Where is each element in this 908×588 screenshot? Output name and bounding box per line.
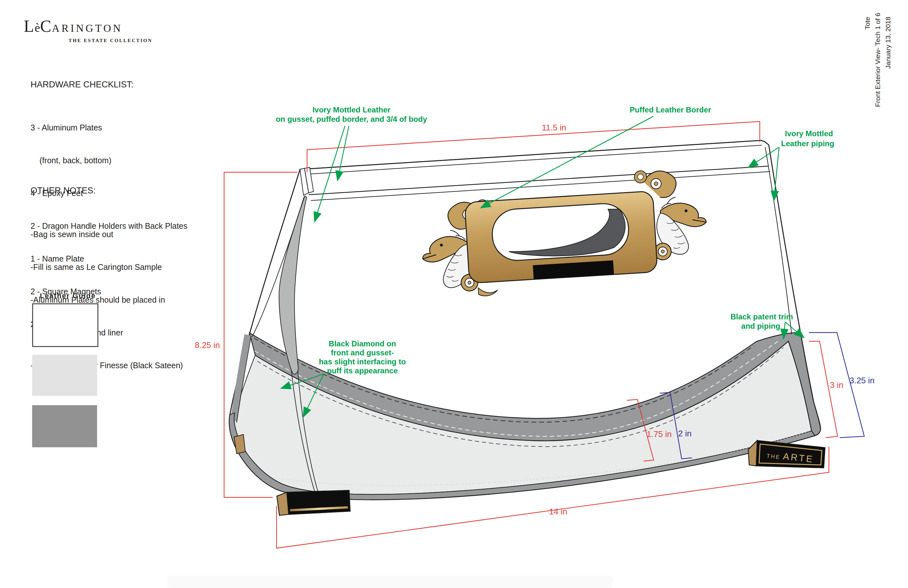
dim-label-trim-red: 3 in bbox=[830, 380, 844, 390]
svg-text:Leather piping: Leather piping bbox=[781, 139, 834, 148]
label-black-patent: Black patent trim bbox=[731, 312, 793, 321]
foot-front-left bbox=[277, 490, 350, 516]
dim-label-band-red: 1.75 in bbox=[647, 429, 672, 439]
dim-label-bottom-width: 14 in bbox=[549, 507, 567, 516]
foot-front-right: THE ARTE bbox=[748, 440, 825, 468]
dim-label-band-blue: 2 in bbox=[678, 429, 692, 438]
label-ivory-body: Ivory Mottled Leather bbox=[312, 105, 391, 114]
tote-technical-drawing: THE ARTE 11.5 in 8.25 in 14 in 3 in 3.25… bbox=[0, 0, 908, 588]
svg-text:on gusset, puffed border, and: on gusset, puffed border, and 3/4 of bod… bbox=[276, 115, 427, 124]
bag-illustration: THE ARTE bbox=[229, 140, 825, 516]
svg-text:front and gusset-: front and gusset- bbox=[331, 348, 394, 357]
foot-rear-left bbox=[234, 434, 245, 454]
svg-text:has slight interfacing to: has slight interfacing to bbox=[319, 357, 406, 366]
label-black-diamond: Black Diamond on bbox=[328, 339, 396, 348]
dim-label-trim-blue: 3.25 in bbox=[850, 376, 874, 385]
dim-label-top-width: 11.5 in bbox=[542, 123, 566, 132]
dim-label-side-height: 8.25 in bbox=[195, 340, 220, 350]
tech-pack-page: LèCARINGTON THE ESTATE COLLECTION HARDWA… bbox=[0, 0, 908, 588]
svg-text:puff its appearance: puff its appearance bbox=[327, 366, 398, 375]
label-ivory-piping: Ivory Mottled bbox=[785, 129, 833, 138]
label-puffed-border: Puffed Leather Border bbox=[629, 105, 711, 114]
svg-text:and piping: and piping bbox=[741, 321, 780, 330]
